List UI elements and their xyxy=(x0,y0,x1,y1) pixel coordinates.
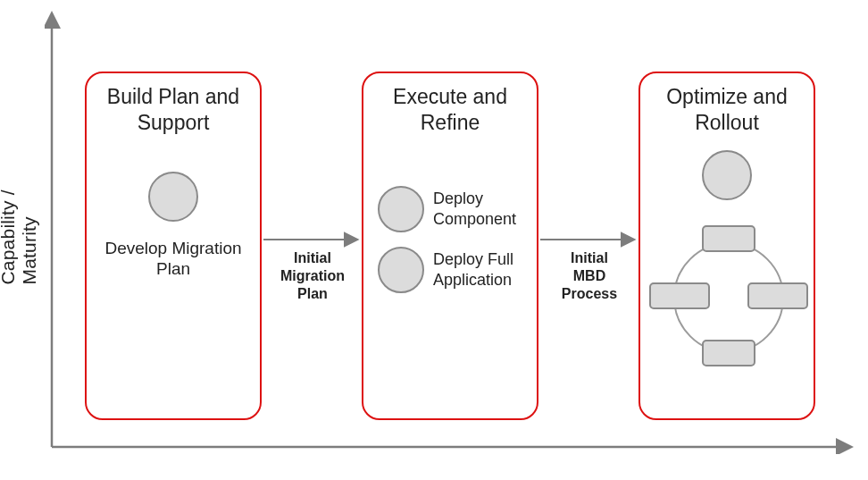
process-cycle-figure xyxy=(651,220,803,372)
placeholder-circle-icon xyxy=(148,172,198,222)
card-title: Optimize and Rollout xyxy=(647,84,806,136)
placeholder-circle-icon xyxy=(378,186,424,232)
card-execute-refine: Execute and Refine Deploy Component Depl… xyxy=(362,72,538,420)
arrow-label-1: Initial Migration Plan xyxy=(277,249,348,303)
placeholder-circle-icon xyxy=(378,247,424,293)
card-title: Build Plan and Support xyxy=(94,84,253,136)
card-build-plan: Build Plan and Support Develop Migration… xyxy=(85,72,262,420)
card-item-label: Deploy Component xyxy=(433,189,530,229)
cycle-node-icon xyxy=(649,282,710,309)
card-item-label: Develop Migration Plan xyxy=(94,238,253,281)
card-item-row: Deploy Component xyxy=(371,186,530,232)
card-item-label: Deploy Full Application xyxy=(433,249,530,290)
diagram-stage: Capability / Maturity Build Plan and Sup… xyxy=(0,0,868,480)
cycle-node-icon xyxy=(702,225,755,252)
arrow-1 xyxy=(262,231,362,248)
card-item-row: Deploy Full Application xyxy=(371,247,530,293)
arrow-label-2: Initial MBD Process xyxy=(558,249,621,303)
card-title: Execute and Refine xyxy=(371,84,530,136)
cycle-node-icon xyxy=(747,282,808,309)
arrow-2 xyxy=(538,231,638,248)
placeholder-circle-icon xyxy=(702,150,752,200)
cycle-node-icon xyxy=(702,340,755,366)
card-optimize-rollout: Optimize and Rollout xyxy=(638,72,815,420)
